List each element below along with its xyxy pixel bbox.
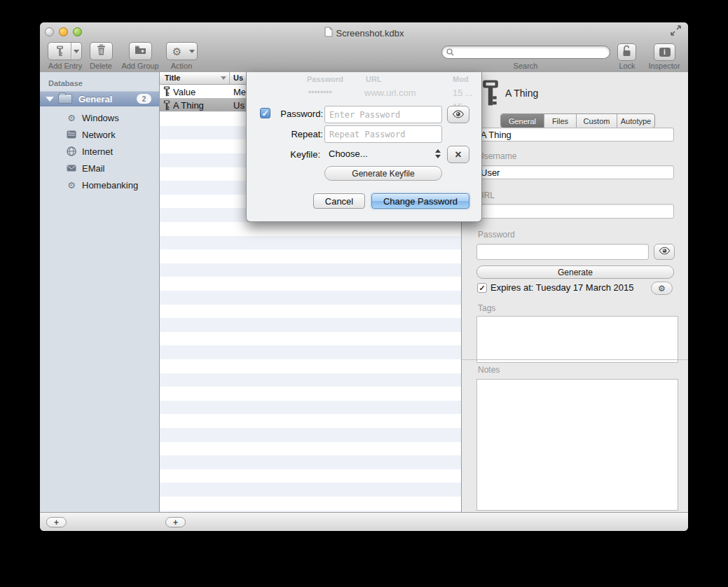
use-password-checkbox[interactable]: ✓ bbox=[260, 108, 270, 118]
entry-title: A Thing bbox=[173, 100, 204, 111]
tab-files[interactable]: Files bbox=[544, 114, 577, 127]
add-group-button[interactable] bbox=[129, 42, 152, 60]
add-entry-footer-button[interactable]: + bbox=[165, 517, 186, 527]
password-field[interactable] bbox=[476, 244, 649, 260]
tab-autotype[interactable]: Autotype bbox=[617, 114, 654, 127]
sidebar-item-windows[interactable]: ⚙ Windows bbox=[40, 109, 159, 126]
enter-password-input[interactable] bbox=[324, 106, 442, 123]
entry-username: Us bbox=[233, 100, 245, 111]
check-icon: ✓ bbox=[261, 109, 268, 118]
sidebar-group-general[interactable]: General 2 bbox=[40, 91, 159, 106]
server-icon bbox=[66, 130, 77, 139]
check-icon: ✓ bbox=[479, 284, 485, 293]
column-header-title[interactable]: Title bbox=[165, 74, 180, 82]
disclosure-triangle-icon[interactable] bbox=[46, 97, 54, 102]
fullscreen-icon[interactable] bbox=[670, 25, 682, 39]
inspector-button[interactable]: i bbox=[654, 43, 675, 61]
sidebar-item-email[interactable]: EMail bbox=[40, 160, 159, 177]
notes-field[interactable] bbox=[476, 379, 678, 511]
tags-label: Tags bbox=[478, 303, 495, 313]
add-group-footer-button[interactable]: + bbox=[46, 517, 67, 527]
inspector-panel: A Thing General Files Custom Autotype Us… bbox=[462, 72, 688, 512]
search-field[interactable] bbox=[441, 46, 610, 59]
inspector-entry-title: A Thing bbox=[505, 88, 538, 99]
chevron-down-icon[interactable] bbox=[71, 50, 81, 53]
close-icon: × bbox=[455, 150, 461, 160]
section-divider bbox=[462, 359, 688, 360]
sheet-password-label: Password: bbox=[272, 109, 323, 119]
action-button[interactable]: ⚙ bbox=[166, 42, 198, 60]
column-divider[interactable] bbox=[229, 72, 230, 84]
reveal-password-button[interactable] bbox=[654, 244, 675, 260]
sidebar-item-internet[interactable]: Internet bbox=[40, 143, 159, 160]
lock-open-icon bbox=[621, 45, 632, 60]
title-field[interactable] bbox=[476, 127, 674, 141]
generate-keyfile-label: Generate Keyfile bbox=[352, 169, 414, 179]
cancel-button[interactable]: Cancel bbox=[313, 193, 365, 209]
delete-button[interactable] bbox=[90, 42, 113, 60]
entry-title: Value bbox=[173, 87, 195, 97]
tab-general[interactable]: General bbox=[501, 114, 544, 127]
sidebar-item-label: EMail bbox=[82, 163, 105, 174]
generate-password-button[interactable]: Generate bbox=[476, 265, 674, 279]
globe-icon bbox=[66, 146, 77, 156]
generate-keyfile-button[interactable]: Generate Keyfile bbox=[324, 166, 442, 181]
keyfile-popup[interactable]: Choose... bbox=[324, 145, 442, 163]
key-icon bbox=[163, 86, 170, 99]
tags-field[interactable] bbox=[476, 316, 678, 363]
sidebar-item-label: Network bbox=[82, 130, 116, 140]
sheet-repeat-label: Repeat: bbox=[272, 129, 323, 139]
eye-icon bbox=[659, 247, 671, 257]
keyfile-popup-value: Choose... bbox=[329, 149, 368, 159]
clear-keyfile-button[interactable]: × bbox=[447, 146, 469, 163]
column-header-username[interactable]: Us bbox=[233, 74, 243, 82]
app-window: Screenshot.kdbx Add Entry Delete Add Gro… bbox=[40, 22, 688, 531]
entry-username: Me bbox=[233, 87, 246, 97]
window-chrome: Screenshot.kdbx Add Entry Delete Add Gro… bbox=[40, 22, 688, 73]
faded-modified-header: Mod bbox=[453, 75, 469, 83]
key-icon bbox=[481, 79, 500, 110]
folder-plus-icon bbox=[135, 45, 146, 57]
faded-url-value: www.url.com bbox=[364, 88, 416, 98]
chevron-down-icon[interactable] bbox=[187, 50, 197, 53]
faded-password-dots: •••••••• bbox=[308, 88, 332, 97]
expires-options-button[interactable]: ⚙ bbox=[651, 282, 673, 295]
gear-icon: ⚙ bbox=[658, 284, 666, 293]
add-entry-button[interactable] bbox=[48, 42, 82, 60]
inspector-tabs: General Files Custom Autotype bbox=[500, 113, 655, 128]
trash-icon bbox=[97, 44, 106, 58]
sidebar-section-header: Database bbox=[48, 79, 83, 88]
action-label: Action bbox=[171, 62, 193, 70]
change-password-label: Change Password bbox=[383, 196, 458, 207]
sidebar-item-network[interactable]: Network bbox=[40, 126, 159, 143]
document-icon bbox=[324, 27, 333, 40]
key-icon bbox=[163, 100, 170, 113]
sidebar-item-label: Internet bbox=[82, 146, 113, 157]
envelope-icon bbox=[66, 165, 77, 172]
reveal-password-button[interactable] bbox=[447, 106, 469, 123]
search-icon bbox=[446, 48, 454, 56]
gear-icon: ⚙ bbox=[66, 113, 77, 123]
search-input[interactable] bbox=[457, 47, 605, 58]
sidebar-splitter[interactable] bbox=[159, 72, 160, 531]
url-field[interactable] bbox=[476, 204, 674, 219]
inspector-label: Inspector bbox=[648, 62, 680, 70]
change-password-button[interactable]: Change Password bbox=[371, 193, 469, 209]
username-field[interactable] bbox=[476, 165, 674, 179]
generate-label: Generate bbox=[558, 268, 593, 277]
sheet-keyfile-label: Keyfile: bbox=[269, 149, 320, 160]
search-label: Search bbox=[514, 62, 538, 70]
bottom-bar: + + bbox=[40, 512, 688, 531]
tab-custom[interactable]: Custom bbox=[577, 114, 617, 127]
titlebar: Screenshot.kdbx bbox=[40, 27, 688, 40]
add-group-label: Add Group bbox=[121, 62, 158, 70]
faded-password-header: Password bbox=[307, 75, 343, 83]
add-entry-label: Add Entry bbox=[48, 62, 82, 70]
lock-button[interactable] bbox=[617, 43, 636, 61]
popup-stepper-icon bbox=[435, 149, 441, 158]
sidebar-item-homebanking[interactable]: ⚙ Homebanking bbox=[40, 177, 159, 193]
expires-checkbox[interactable]: ✓ bbox=[477, 283, 487, 293]
repeat-password-input[interactable] bbox=[324, 125, 442, 143]
expires-label: Expires at: Tuesday 17 March 2015 bbox=[490, 282, 634, 293]
lock-label: Lock bbox=[619, 62, 635, 70]
